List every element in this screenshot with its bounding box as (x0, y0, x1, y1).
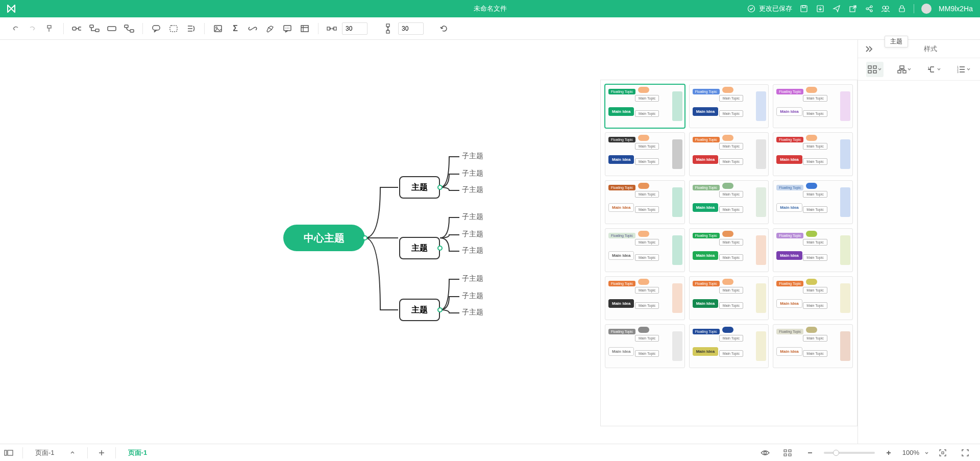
svg-rect-14 (108, 27, 116, 31)
add-page-button[interactable] (93, 444, 110, 462)
theme-card[interactable]: Floating TopicMain IdeaMain TopicMain To… (689, 228, 769, 272)
send-icon[interactable] (832, 4, 841, 13)
pane-collapse-button[interactable] (858, 45, 880, 53)
file-title[interactable]: 未命名文件 (474, 4, 507, 13)
sub-topic[interactable]: 子主题 (462, 308, 483, 317)
theme-card[interactable]: Floating TopicMain IdeaMain TopicMain To… (689, 132, 769, 176)
username[interactable]: MM9lx2Ha (939, 5, 973, 13)
chevron-down-icon[interactable] (924, 451, 929, 454)
svg-rect-26 (327, 27, 330, 30)
avatar[interactable] (921, 4, 932, 14)
topic-port[interactable] (437, 246, 443, 251)
sub-topic[interactable]: 子主题 (462, 212, 483, 222)
sub-topic[interactable]: 子主题 (462, 230, 483, 239)
svg-point-23 (287, 28, 288, 29)
format-painter-button[interactable] (43, 21, 57, 36)
note-button[interactable] (280, 21, 295, 36)
redo-button[interactable] (26, 21, 40, 36)
svg-rect-34 (900, 66, 904, 68)
toolbar: Σ (0, 17, 980, 40)
lock-icon[interactable] (897, 4, 906, 13)
link-button[interactable] (246, 21, 260, 36)
layout-tool[interactable] (896, 62, 913, 77)
theme-card[interactable]: Floating TopicMain IdeaMain TopicMain To… (773, 132, 853, 176)
sub-topic[interactable]: 子主题 (462, 292, 483, 301)
svg-rect-43 (784, 450, 787, 452)
svg-point-9 (886, 6, 889, 9)
theme-card[interactable]: Floating TopicMain IdeaMain TopicMain To… (689, 84, 769, 128)
hspacing-input[interactable] (342, 22, 368, 35)
theme-card[interactable]: Floating TopicMain IdeaMain TopicMain To… (773, 276, 853, 320)
share-icon[interactable] (865, 4, 874, 13)
callout-button[interactable] (149, 21, 163, 36)
undo-button[interactable] (8, 21, 22, 36)
sub-topic[interactable]: 子主题 (462, 274, 483, 283)
svg-rect-28 (386, 24, 389, 27)
export-icon[interactable] (816, 4, 825, 13)
zoom-in-button[interactable] (880, 444, 897, 462)
theme-card[interactable]: Floating TopicMain IdeaMain TopicMain To… (605, 276, 685, 320)
theme-card[interactable]: Floating TopicMain IdeaMain TopicMain To… (605, 180, 685, 224)
center-topic[interactable]: 中心主题 (283, 225, 365, 251)
topic-button[interactable] (70, 21, 84, 36)
main-topic[interactable]: 主题 (399, 237, 440, 259)
marker-button[interactable] (263, 21, 277, 36)
zoom-value[interactable]: 100% (902, 449, 919, 456)
right-pane: 主题 样式 123 (857, 40, 980, 444)
sub-topic[interactable]: 子主题 (462, 185, 483, 195)
theme-card[interactable]: Floating TopicMain IdeaMain TopicMain To… (689, 180, 769, 224)
sub-topic[interactable]: 子主题 (462, 152, 483, 161)
fullscreen-button[interactable] (957, 444, 974, 462)
theme-card[interactable]: Floating TopicMain IdeaMain TopicMain To… (773, 324, 853, 368)
sub-topic[interactable]: 子主题 (462, 246, 483, 255)
theme-card[interactable]: Floating TopicMain IdeaMain TopicMain To… (773, 228, 853, 272)
theme-card[interactable]: Floating TopicMain IdeaMain TopicMain To… (689, 324, 769, 368)
theme-card[interactable]: Floating TopicMain IdeaMain TopicMain To… (605, 132, 685, 176)
save-icon[interactable] (799, 4, 808, 13)
svg-rect-13 (95, 29, 99, 32)
zoom-out-button[interactable] (801, 444, 819, 462)
image-button[interactable] (211, 21, 225, 36)
relationship-button[interactable] (122, 21, 136, 36)
fit-button[interactable] (934, 444, 951, 462)
collaborators-icon[interactable] (881, 4, 890, 13)
numbering-tool[interactable]: 123 (954, 62, 972, 77)
theme-card[interactable]: Floating TopicMain IdeaMain TopicMain To… (605, 228, 685, 272)
topic-port[interactable] (437, 185, 443, 190)
svg-rect-15 (125, 25, 128, 28)
outline-button[interactable] (779, 444, 796, 462)
page-selector[interactable]: 页面-1 (28, 448, 82, 457)
vspacing-input[interactable] (398, 22, 424, 35)
svg-rect-36 (903, 70, 906, 73)
theme-card[interactable]: Floating TopicMain IdeaMain TopicMain To… (773, 180, 853, 224)
theme-tool[interactable] (866, 62, 884, 77)
floating-topic-button[interactable] (105, 21, 119, 36)
theme-card[interactable]: Floating TopicMain IdeaMain TopicMain To… (689, 276, 769, 320)
app-logo[interactable] (0, 4, 22, 14)
topic-port[interactable] (437, 307, 443, 312)
svg-rect-29 (386, 31, 389, 33)
subtopic-button[interactable] (87, 21, 102, 36)
table-button[interactable] (298, 21, 312, 36)
theme-card[interactable]: Floating TopicMain IdeaMain TopicMain To… (605, 84, 685, 128)
pages-overview-button[interactable] (0, 444, 17, 462)
sub-topic[interactable]: 子主题 (462, 169, 483, 178)
visibility-button[interactable] (756, 444, 774, 462)
formula-button[interactable]: Σ (228, 21, 242, 36)
svg-rect-17 (153, 26, 160, 30)
status-bar: 页面-1 页面-1 100% (0, 444, 980, 461)
share-out-icon[interactable] (848, 4, 857, 13)
theme-card[interactable]: Floating TopicMain IdeaMain TopicMain To… (605, 324, 685, 368)
summary-button[interactable] (184, 21, 198, 36)
theme-card[interactable]: Floating TopicMain IdeaMain TopicMain To… (773, 84, 853, 128)
refresh-button[interactable] (437, 21, 451, 36)
main-topic[interactable]: 主题 (399, 299, 440, 321)
boundary-button[interactable] (166, 21, 181, 36)
branch-tool[interactable] (925, 62, 942, 77)
svg-point-42 (764, 451, 766, 454)
center-port[interactable] (362, 235, 368, 240)
zoom-slider[interactable] (824, 452, 875, 454)
page-tab-active[interactable]: 页面-1 (121, 448, 155, 457)
svg-rect-1 (801, 6, 807, 12)
main-topic[interactable]: 主题 (399, 176, 440, 199)
